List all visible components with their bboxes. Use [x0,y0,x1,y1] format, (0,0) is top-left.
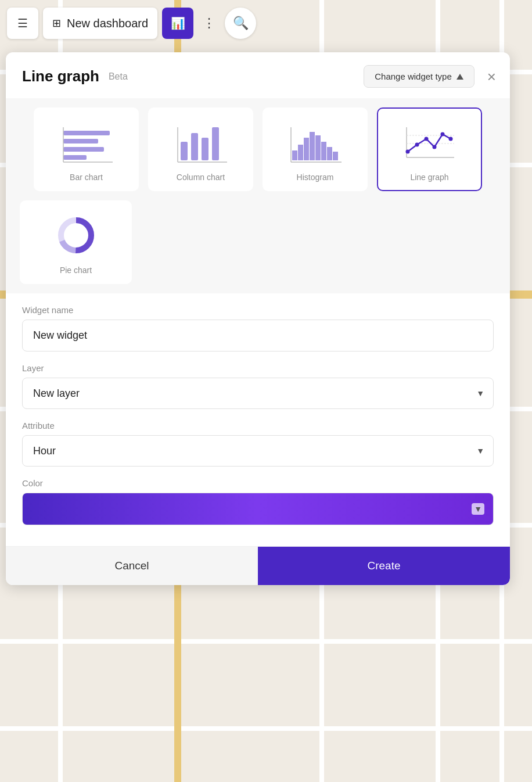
active-dashboard-icon[interactable]: 📊 [162,8,193,39]
top-bar: ☰ ⊞ New dashboard 📊 ⋮ 🔍 [0,0,532,46]
svg-rect-6 [181,142,188,160]
widget-card-line-graph[interactable]: Line graph [377,107,482,191]
dashboard-title-bar: ⊞ New dashboard [43,8,157,39]
layer-select[interactable]: New layer [22,378,494,409]
svg-rect-17 [321,142,326,160]
color-label: Color [22,478,494,488]
layer-select-wrap: New layer ▼ [22,378,494,409]
line-graph-label: Line graph [410,173,448,182]
svg-point-26 [405,150,409,154]
svg-rect-2 [63,147,104,152]
change-widget-type-label: Change widget type [375,71,452,81]
chart-icon: 📊 [171,16,185,30]
widget-card-column-chart[interactable]: Column chart [148,107,253,191]
modal-close-button[interactable]: × [487,69,496,84]
layer-label: Layer [22,363,494,373]
svg-rect-8 [202,138,209,160]
triangle-icon [456,74,463,80]
modal-title: Line graph [22,67,99,85]
attribute-label: Attribute [22,421,494,431]
search-button[interactable]: 🔍 [225,8,256,39]
modal-header: Line graph Beta Change widget type × [6,52,510,98]
change-widget-type-button[interactable]: Change widget type [364,65,475,88]
color-bar[interactable] [22,493,494,525]
layers-icon: ⊞ [52,17,61,30]
form-area: Widget name Layer New layer ▼ Attribute … [6,293,510,546]
attribute-select[interactable]: Hour [22,435,494,467]
footer-buttons: Cancel Create [6,546,510,585]
bar-chart-icon [55,119,118,166]
histogram-icon [283,119,347,166]
svg-point-31 [448,137,452,141]
svg-rect-12 [292,150,297,160]
create-button[interactable]: Create [258,547,510,585]
svg-point-28 [424,137,428,141]
pie-chart-label: Pie chart [60,266,92,275]
svg-rect-9 [212,127,219,160]
pie-chart-icon [44,212,108,259]
svg-point-27 [415,143,419,147]
column-chart-label: Column chart [177,173,225,182]
ellipsis-icon: ⋮ [203,16,215,30]
more-options-button[interactable]: ⋮ [198,13,220,33]
svg-rect-0 [63,131,110,135]
widget-name-input[interactable] [22,320,494,351]
color-picker-wrap[interactable]: ▼ [22,493,494,525]
widget-type-grid-container: Bar chart Column chart [6,98,510,293]
svg-rect-19 [333,152,338,160]
bar-chart-label: Bar chart [70,173,103,182]
search-icon: 🔍 [233,16,249,31]
widget-card-histogram[interactable]: Histogram [263,107,368,191]
widget-type-grid: Bar chart Column chart [20,107,496,200]
modal-beta-label: Beta [109,71,128,82]
attribute-select-wrap: Hour ▼ [22,435,494,467]
svg-rect-1 [63,139,98,144]
widget-card-pie-chart[interactable]: Pie chart [20,200,132,284]
cancel-button[interactable]: Cancel [6,547,258,585]
svg-rect-13 [298,145,303,160]
svg-rect-14 [304,138,309,160]
svg-rect-16 [315,135,321,160]
svg-rect-18 [327,147,332,160]
line-graph-icon [398,119,462,166]
svg-rect-15 [310,132,315,160]
widget-name-label: Widget name [22,305,494,315]
svg-rect-3 [63,155,87,160]
column-chart-icon [169,119,233,166]
modal-panel: Line graph Beta Change widget type × [6,52,510,585]
svg-rect-7 [191,133,198,160]
svg-point-30 [440,132,444,137]
widget-card-bar-chart[interactable]: Bar chart [34,107,139,191]
histogram-label: Histogram [297,173,334,182]
hamburger-icon: ☰ [17,16,28,30]
dashboard-title: New dashboard [67,17,148,30]
hamburger-menu-button[interactable]: ☰ [7,8,38,39]
svg-point-29 [432,145,436,149]
